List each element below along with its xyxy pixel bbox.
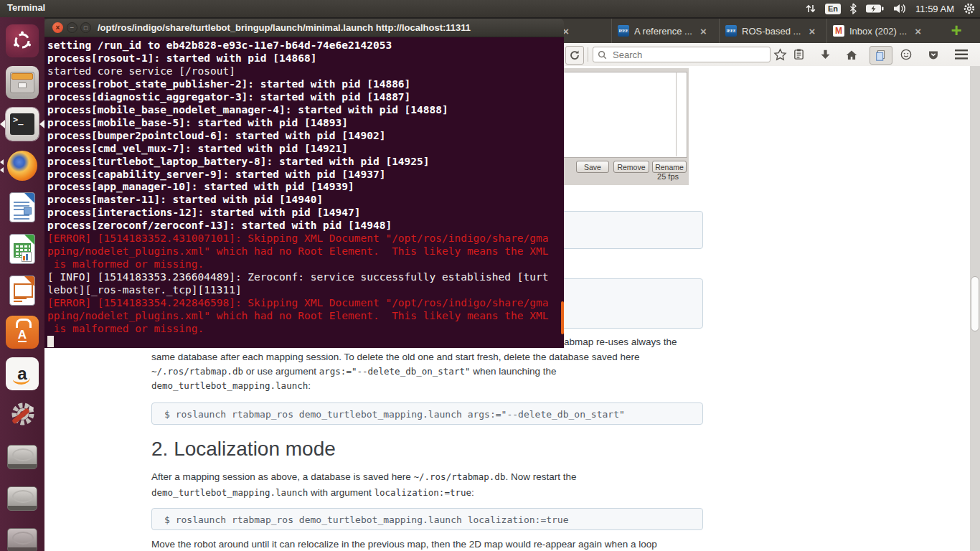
toolbar-separator [588,47,588,62]
libreoffice-writer-icon[interactable] [6,191,39,224]
paragraph-line: demo_turtlebot_mapping.launch with argum… [151,487,474,498]
page-scrollbar[interactable] [970,66,980,551]
tab-label: Inbox (202) ... [849,26,907,37]
page-scrollbar-thumb[interactable] [971,276,979,331]
terminal-error-line: pping/nodelet_plugins.xml" which had no … [44,310,564,323]
terminal-line: process[turtlebot_laptop_battery-8]: sta… [44,156,564,169]
search-box[interactable] [593,47,771,62]
tab-close-icon[interactable]: × [915,25,921,37]
firefox-window-pip [0,159,4,165]
terminal-line: process[cmd_vel_mux-7]: started with pid… [44,143,564,156]
new-tab-button[interactable]: + [947,22,966,39]
paragraph-line: demo_turtlebot_mapping.launch: [151,380,311,391]
terminal-titlebar[interactable]: × − ▢ /opt/ros/indigo/share/turtlebot_br… [44,19,564,37]
home-button[interactable] [843,46,860,63]
terminal-line: process[app_manager-10]: started with pi… [44,181,564,194]
bluetooth-icon[interactable] [849,3,857,14]
terminal-error-line: [ERROR] [1514183354.242846598]: Skipping… [44,297,564,310]
terminal-scrollbar-thumb[interactable] [561,301,564,334]
hard-disk-icon[interactable] [6,441,39,474]
terminal-line: process[diagnostic_aggregator-3]: starte… [44,91,564,104]
terminal-line: process[mobile_base_nodelet_manager-4]: … [44,104,564,117]
terminal-info-line: [ INFO] [1514183353.236604489]: Zeroconf… [44,271,564,284]
terminal-body[interactable]: setting /run_id to eb42b828-e93c-11e7-b6… [44,37,564,348]
terminal-line: started core service [/rosout] [44,65,564,78]
paragraph-line: abmap re-uses always the [564,336,677,347]
panel-divider [676,72,677,156]
remove-button-image: Remove [613,161,649,173]
terminal-window[interactable]: × − ▢ /opt/ros/indigo/share/turtlebot_br… [44,19,564,348]
terminal-error-line: is malformed or missing. [44,258,564,271]
hard-disk-icon[interactable] [6,524,39,551]
reload-icon [569,50,580,61]
reload-button[interactable] [565,46,584,65]
active-app-title[interactable]: Terminal [7,2,45,13]
terminal-error-line: [ERROR] [1514183352.431007101]: Skipping… [44,232,564,245]
browser-tab-reference[interactable]: IEEE A reference ... × [611,19,716,43]
unity-launcher: >_ A a [0,17,44,551]
ieee-favicon: IEEE [618,25,629,37]
launcher-focused-arrow-right [39,120,44,128]
search-icon [598,50,607,60]
terminal-info-line: lebot][_ros-master._tcp][11311] [44,284,564,297]
hard-disk-icon[interactable] [6,482,39,515]
bookmarks-menu-button[interactable] [790,46,807,63]
close-button[interactable]: × [52,22,63,33]
session-gear-icon[interactable] [963,2,976,15]
code-block-1: $ roslaunch rtabmap_ros demo_turtlebot_m… [151,402,703,425]
code-block-2: $ roslaunch rtabmap_ros demo_turtlebot_m… [151,508,703,530]
keyboard-layout-indicator[interactable]: En [825,4,841,14]
system-tray: En 11:59 AM [805,0,976,17]
pocket-button[interactable] [925,46,942,63]
terminal-line: process[bumper2pointcloud-6]: started wi… [44,130,564,143]
software-center-icon[interactable]: A [6,316,39,349]
terminal-line: setting /run_id to eb42b828-e93c-11e7-b6… [44,39,564,52]
tab-groups-button[interactable] [870,46,892,65]
battery-icon[interactable] [865,4,884,14]
maximize-button[interactable]: ▢ [80,22,91,33]
terminal-line: process[robot_state_publisher-2]: starte… [44,78,564,91]
ieee-favicon: IEEE [725,25,737,37]
hello-chat-button[interactable] [897,46,915,63]
terminal-output: setting /run_id to eb42b828-e93c-11e7-b6… [44,39,564,336]
save-button-image: Save [576,161,609,173]
rename-button-image: Rename [652,161,687,173]
files-icon[interactable] [6,66,39,99]
terminal-line: process[capability_server-9]: started wi… [44,169,564,182]
terminal-error-line: pping/nodelet_plugins.xml" which had no … [44,245,564,258]
code-text: $ roslaunch rtabmap_ros demo_turtlebot_m… [152,403,702,420]
clock[interactable]: 11:59 AM [915,4,954,14]
libreoffice-calc-icon[interactable] [6,232,39,265]
amazon-icon[interactable]: a [6,357,39,390]
terminal-line: process[master-11]: started with pid [14… [44,194,564,207]
ubuntu-dash-icon[interactable] [6,24,39,57]
section-heading: 2. Localization mode [151,438,336,461]
bookmark-star-button[interactable] [771,46,788,63]
unity-top-panel: Terminal En 11:59 AM [0,0,980,17]
downloads-button[interactable] [816,46,834,63]
search-input[interactable] [611,49,765,61]
tab-close-icon[interactable]: × [700,25,707,37]
fps-label: 25 fps [607,172,679,181]
terminal-cursor [47,336,54,347]
terminal-line: process[rosout-1]: started with pid [148… [44,52,564,65]
volume-icon[interactable] [892,3,907,14]
gmail-favicon: M [833,25,844,37]
browser-tab-ros-based[interactable]: IEEE ROS-based ... × [719,19,824,43]
libreoffice-impress-icon[interactable] [6,274,39,307]
firefox-icon[interactable] [6,149,39,182]
terminal-icon[interactable]: >_ [6,108,39,141]
paragraph-line: After a mapping session as above, a data… [151,471,576,482]
browser-tab-inbox[interactable]: M Inbox (202) ... × [826,19,941,43]
terminal-line: process[zeroconf/zeroconf-13]: started w… [44,220,564,232]
terminal-error-line: is malformed or missing. [44,323,564,336]
text-entry-updown-icon[interactable] [805,3,816,14]
paragraph-line: Move the robot around until it can reloc… [151,539,657,550]
terminal-title: /opt/ros/indigo/share/turtlebot_bringup/… [98,22,471,33]
menu-hamburger-button[interactable] [953,46,970,63]
tab-close-icon[interactable]: × [809,25,815,37]
tab-label: A reference ... [634,26,692,37]
minimize-button[interactable]: − [67,22,77,33]
system-settings-icon[interactable] [6,399,39,432]
launcher-focused-arrow-left [0,120,5,128]
